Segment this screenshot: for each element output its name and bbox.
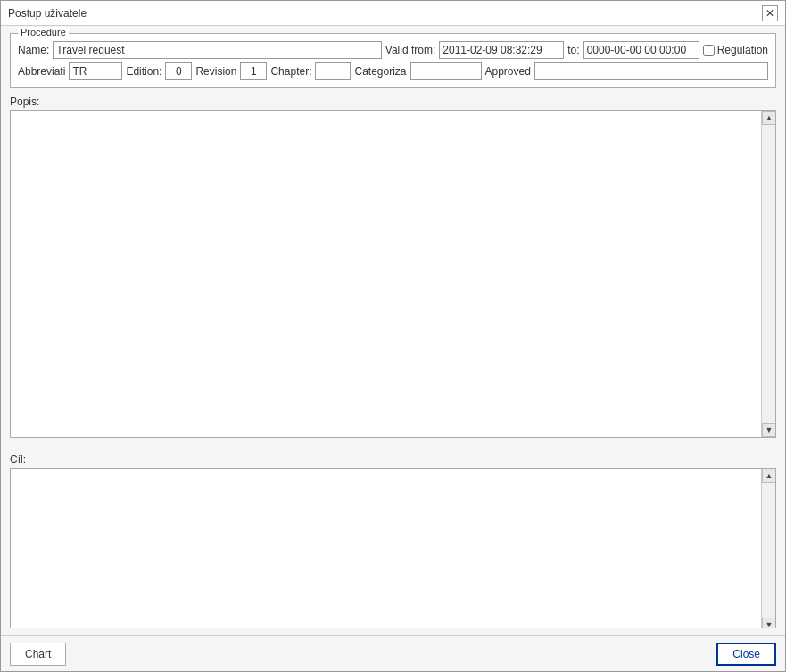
title-bar: Postup uživatele ✕	[1, 1, 785, 26]
edition-label: Edition:	[126, 65, 161, 78]
approved-label: Approved	[485, 65, 531, 78]
name-input[interactable]	[53, 41, 381, 59]
popis-scrollbar: ▲ ▼	[761, 111, 775, 437]
category-input[interactable]	[410, 62, 482, 80]
window-close-button[interactable]: ✕	[762, 5, 778, 21]
popis-scroll-up[interactable]: ▲	[762, 111, 776, 125]
regulation-checkbox[interactable]	[703, 45, 715, 56]
chapter-input[interactable]	[315, 62, 351, 80]
procedure-group: Procedure Name: Valid from: to: Regulati…	[10, 33, 776, 88]
cil-scroll-content[interactable]	[11, 469, 761, 628]
cil-scrollbar: ▲ ▼	[761, 469, 775, 628]
category-label: Categoriza	[354, 65, 406, 78]
revision-label: Revision	[195, 65, 236, 78]
popis-label: Popis:	[10, 95, 776, 108]
cil-scroll-up[interactable]: ▲	[762, 469, 776, 483]
procedure-legend: Procedure	[18, 27, 69, 37]
regulation-wrapper: Regulation	[703, 44, 768, 56]
valid-from-input[interactable]	[439, 41, 564, 59]
popis-scroll-down[interactable]: ▼	[762, 423, 776, 437]
section-divider	[10, 444, 776, 444]
sections-container: Popis: ▲ ▼ Cíl: ▲	[10, 92, 776, 628]
chapter-label: Chapter:	[270, 65, 311, 78]
popis-scroll-track	[762, 125, 775, 423]
to-label: to:	[567, 44, 579, 56]
popis-section: Popis: ▲ ▼	[10, 92, 776, 438]
cil-area: ▲ ▼	[10, 468, 776, 628]
abbreviation-label: Abbreviati	[18, 65, 65, 78]
cil-label: Cíl:	[10, 453, 776, 466]
cil-section: Cíl: ▲ ▼	[10, 450, 776, 628]
main-content: Procedure Name: Valid from: to: Regulati…	[1, 26, 785, 635]
window-title: Postup uživatele	[8, 7, 87, 20]
revision-input[interactable]	[240, 62, 267, 80]
cil-scroll-down[interactable]: ▼	[762, 618, 776, 628]
name-label: Name:	[18, 44, 49, 56]
popis-scroll-content[interactable]	[11, 111, 761, 437]
popis-area: ▲ ▼	[10, 110, 776, 438]
edition-input[interactable]	[165, 62, 192, 80]
valid-from-label: Valid from:	[385, 44, 435, 56]
footer-bar: Chart Close	[1, 635, 785, 671]
main-window: Postup uživatele ✕ Procedure Name: Valid…	[0, 0, 786, 672]
close-button[interactable]: Close	[716, 643, 776, 666]
abbreviation-row: Abbreviati Edition: Revision Chapter: Ca…	[18, 62, 768, 80]
approved-input[interactable]	[534, 62, 768, 80]
cil-scroll-track	[762, 483, 775, 618]
regulation-label: Regulation	[717, 44, 768, 56]
abbreviation-input[interactable]	[69, 62, 122, 80]
valid-to-input[interactable]	[583, 41, 699, 59]
name-row: Name: Valid from: to: Regulation	[18, 41, 768, 59]
chart-button[interactable]: Chart	[10, 643, 66, 666]
